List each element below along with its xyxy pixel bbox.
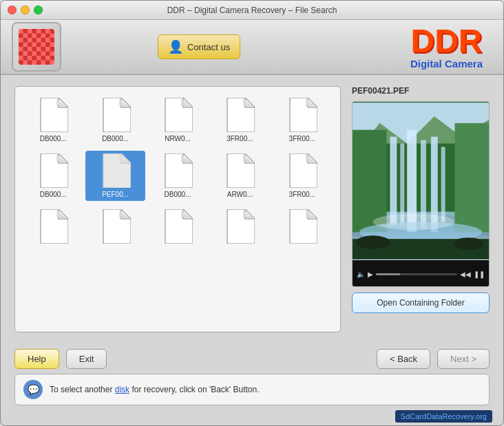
file-icon xyxy=(162,209,193,244)
file-icon xyxy=(38,153,68,188)
svg-rect-5 xyxy=(390,137,397,226)
file-icon xyxy=(101,98,131,132)
file-item[interactable]: ARW0... xyxy=(210,151,269,201)
prev-frame-icon[interactable]: ◀◀ xyxy=(460,270,471,278)
preview-filename: PEF00421.PEF xyxy=(352,86,490,96)
file-icon xyxy=(101,153,131,188)
file-icon xyxy=(287,98,317,132)
file-item[interactable] xyxy=(148,206,207,249)
file-item[interactable] xyxy=(23,206,83,249)
pause-icon[interactable]: ❚❚ xyxy=(474,270,485,278)
main-content: DB000... DB000... NRW0... 3FR00... 3FR00… xyxy=(1,75,503,343)
file-label: 3FR00... xyxy=(227,135,253,142)
svg-rect-10 xyxy=(441,147,445,222)
contact-icon: 👤 xyxy=(168,39,183,54)
file-icon xyxy=(287,153,317,188)
file-grid: DB000... DB000... NRW0... 3FR00... 3FR00… xyxy=(23,95,332,249)
file-icon xyxy=(287,209,317,244)
status-icon: 💬 xyxy=(23,380,43,399)
file-label: PEF00... xyxy=(102,191,129,198)
contact-label: Contact us xyxy=(187,42,230,52)
svg-rect-3 xyxy=(353,130,387,233)
file-icon xyxy=(162,98,193,132)
file-label: NRW0... xyxy=(165,135,191,142)
file-icon xyxy=(38,209,68,244)
titlebar: DDR – Digital Camera Recovery – File Sea… xyxy=(1,1,503,20)
help-button[interactable]: Help xyxy=(14,349,59,369)
file-icon xyxy=(162,153,193,188)
bottom-bar: Help Exit < Back Next > xyxy=(1,343,503,374)
brand-ddr-text: DDR xyxy=(410,25,483,58)
file-icon xyxy=(224,98,255,132)
file-label: DB000... xyxy=(102,135,129,142)
file-item[interactable]: DB000... xyxy=(23,95,83,145)
app-logo xyxy=(12,22,61,72)
file-icon xyxy=(101,209,131,244)
open-folder-button[interactable]: Open Containing Folder xyxy=(352,292,490,313)
footer-watermark: SdCardDataRecovery.org xyxy=(395,410,492,423)
svg-rect-6 xyxy=(400,144,404,226)
file-grid-container: DB000... DB000... NRW0... 3FR00... 3FR00… xyxy=(14,86,341,332)
exit-button[interactable]: Exit xyxy=(66,349,107,369)
contact-button[interactable]: 👤 Contact us xyxy=(158,34,240,59)
status-text: To select another disk for recovery, cli… xyxy=(50,385,260,394)
maximize-button[interactable] xyxy=(34,6,43,14)
brand-area: DDR Digital Camera xyxy=(410,25,483,70)
next-button[interactable]: Next > xyxy=(437,349,490,369)
file-icon xyxy=(224,209,255,244)
file-item[interactable]: DB000... xyxy=(148,151,207,201)
file-item[interactable] xyxy=(273,206,332,249)
file-item[interactable] xyxy=(85,206,145,249)
file-item[interactable]: PEF00... xyxy=(85,151,145,201)
play-icon[interactable]: ▶ xyxy=(368,270,373,278)
status-bar: 💬 To select another disk for recovery, c… xyxy=(14,374,490,405)
file-item[interactable] xyxy=(210,206,269,249)
preview-box: 🔈 ▶ ◀◀ ❚❚ xyxy=(352,101,490,287)
svg-point-12 xyxy=(373,214,455,231)
file-item[interactable]: DB000... xyxy=(23,151,83,201)
minimize-button[interactable] xyxy=(21,6,30,14)
window-controls xyxy=(8,6,43,14)
progress-bar[interactable] xyxy=(376,273,457,275)
svg-point-14 xyxy=(356,235,390,249)
file-item[interactable]: NRW0... xyxy=(148,95,207,145)
file-label: 3FR00... xyxy=(289,191,315,198)
file-item[interactable]: 3FR00... xyxy=(210,95,269,145)
volume-icon[interactable]: 🔈 xyxy=(357,270,365,278)
progress-fill xyxy=(376,273,400,275)
svg-point-15 xyxy=(454,237,484,250)
file-item[interactable]: 3FR00... xyxy=(273,95,332,145)
file-label: ARW0... xyxy=(227,191,253,198)
waterfall-svg xyxy=(353,102,489,260)
brand-sub-text: Digital Camera xyxy=(410,58,483,70)
back-button[interactable]: < Back xyxy=(377,349,430,369)
file-label: 3FR00... xyxy=(289,135,315,142)
logo-icon xyxy=(19,29,54,65)
file-label: DB000... xyxy=(40,135,67,142)
preview-controls: 🔈 ▶ ◀◀ ❚❚ xyxy=(353,260,489,287)
preview-image xyxy=(353,102,489,260)
file-icon xyxy=(38,98,68,132)
file-item[interactable]: 3FR00... xyxy=(273,151,332,201)
preview-panel: PEF00421.PEF xyxy=(352,86,490,332)
file-label: DB000... xyxy=(165,191,191,198)
watermark-text: SdCardDataRecovery.org xyxy=(401,412,487,420)
app-window: DDR – Digital Camera Recovery – File Sea… xyxy=(0,0,504,426)
disk-link[interactable]: disk xyxy=(115,385,129,394)
svg-rect-4 xyxy=(455,123,490,232)
window-title: DDR – Digital Camera Recovery – File Sea… xyxy=(167,6,337,15)
file-item[interactable]: DB000... xyxy=(85,95,145,145)
header: 👤 Contact us DDR Digital Camera xyxy=(1,20,503,75)
file-label: DB000... xyxy=(40,191,67,198)
file-icon xyxy=(224,153,255,188)
close-button[interactable] xyxy=(8,6,17,14)
